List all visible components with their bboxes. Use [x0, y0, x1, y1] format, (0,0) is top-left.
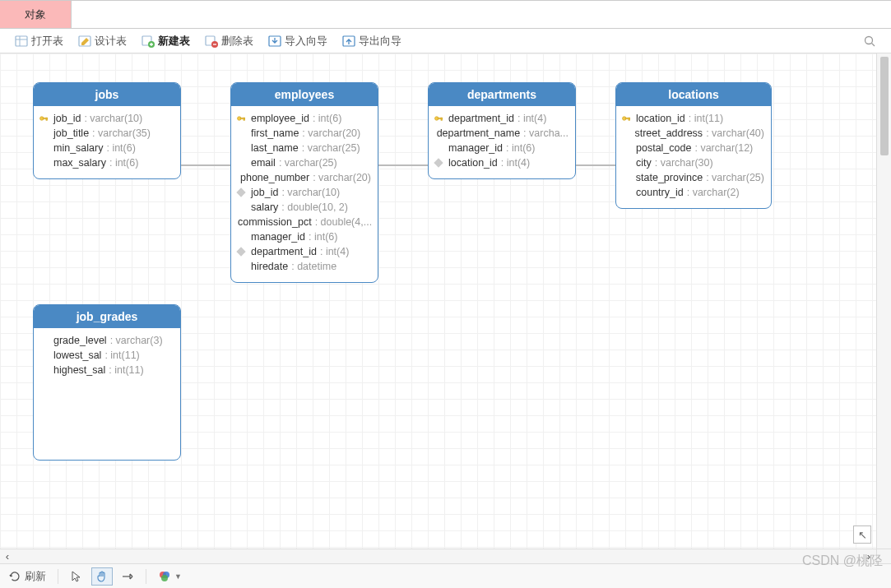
search-button[interactable]: [858, 33, 881, 49]
field-name: street_address: [634, 127, 703, 139]
field-type: varchar(12): [694, 142, 753, 154]
relation-icon: [121, 570, 134, 583]
horizontal-scrollbar[interactable]: ‹ ›: [0, 549, 876, 563]
connector-departments-locations: [576, 164, 615, 166]
field-type: varchar(25): [279, 157, 337, 169]
svg-rect-20: [441, 118, 443, 120]
svg-rect-23: [629, 118, 630, 120]
refresh-button[interactable]: 刷新: [8, 569, 46, 584]
foreign-key-icon: [432, 160, 445, 166]
field-row[interactable]: state_provincevarchar(25): [620, 170, 764, 185]
field-name: salary: [251, 201, 278, 213]
new-table-button[interactable]: 新建表: [137, 32, 195, 50]
scroll-corner: [876, 549, 891, 563]
field-row[interactable]: location_idint(11): [620, 111, 764, 126]
field-type: int(4): [517, 113, 546, 124]
svg-point-10: [865, 36, 873, 44]
field-row[interactable]: hiredatedatetime: [234, 259, 371, 274]
field-row[interactable]: employee_idint(6): [234, 111, 371, 126]
delete-table-icon: [205, 35, 218, 48]
field-type: varchar(25): [302, 142, 360, 154]
field-row[interactable]: department_idint(4): [234, 244, 371, 259]
entity-jobs[interactable]: jobs job_idvarchar(10)job_titlevarchar(3…: [33, 82, 181, 179]
field-type: double(10, 2): [281, 201, 348, 213]
field-row[interactable]: department_namevarcha...: [432, 126, 568, 141]
field-row[interactable]: grade_levelvarchar(3): [37, 333, 174, 348]
hand-tool-button[interactable]: [91, 567, 113, 586]
entity-job-grades[interactable]: job_grades grade_levelvarchar(3)lowest_s…: [33, 304, 181, 461]
field-row[interactable]: street_addressvarchar(40): [620, 126, 764, 141]
field-type: int(11): [689, 113, 723, 124]
field-name: last_name: [251, 142, 299, 154]
import-wizard-button[interactable]: 导入向导: [263, 32, 332, 50]
field-row[interactable]: highest_salint(11): [37, 363, 174, 377]
entity-locations[interactable]: locations location_idint(11)street_addre…: [615, 82, 772, 209]
field-row[interactable]: country_idvarchar(2): [620, 185, 764, 200]
field-name: department_id: [251, 246, 317, 257]
field-type: varchar(20): [313, 172, 371, 183]
field-row[interactable]: job_idvarchar(10): [234, 185, 371, 200]
field-type: varchar(10): [281, 187, 340, 198]
field-row[interactable]: postal_codevarchar(12): [620, 141, 764, 155]
entity-header: departments: [429, 83, 575, 106]
delete-table-button[interactable]: 删除表: [200, 32, 258, 50]
entity-departments[interactable]: departments department_idint(4)departmen…: [428, 82, 576, 179]
field-type: varchar(3): [110, 335, 163, 346]
field-type: varcha...: [523, 127, 568, 139]
field-type: double(4,...: [315, 216, 373, 228]
field-row[interactable]: last_namevarchar(25): [234, 141, 371, 155]
field-name: hiredate: [251, 261, 288, 272]
design-icon: [78, 35, 91, 48]
open-table-button[interactable]: 打开表: [10, 32, 68, 50]
field-row[interactable]: phone_numbervarchar(20): [234, 170, 371, 185]
field-type: varchar(30): [655, 157, 713, 169]
tab-bar: 对象: [0, 1, 891, 29]
color-tool-button[interactable]: ▼: [158, 570, 182, 583]
field-row[interactable]: salarydouble(10, 2): [234, 200, 371, 215]
field-row[interactable]: lowest_salint(11): [37, 348, 174, 363]
primary-key-icon: [620, 113, 633, 123]
entity-employees[interactable]: employees employee_idint(6)first_namevar…: [230, 82, 378, 283]
field-row[interactable]: commission_pctdouble(4,...: [234, 215, 371, 229]
field-name: job_title: [53, 127, 89, 139]
pointer-tool-button[interactable]: [70, 570, 83, 583]
tab-objects[interactable]: 对象: [0, 1, 72, 28]
field-row[interactable]: department_idint(4): [432, 111, 568, 126]
field-row[interactable]: max_salaryint(6): [37, 155, 174, 170]
field-row[interactable]: first_namevarchar(20): [234, 126, 371, 141]
field-row[interactable]: job_idvarchar(10): [37, 111, 174, 126]
field-name: highest_sal: [53, 364, 105, 376]
field-row[interactable]: manager_idint(6): [432, 141, 568, 155]
connector-employees-departments: [378, 164, 428, 166]
er-diagram-canvas[interactable]: jobs job_idvarchar(10)job_titlevarchar(3…: [0, 53, 876, 549]
field-type: int(6): [109, 157, 138, 169]
field-name: state_province: [636, 172, 703, 183]
entity-header: employees: [231, 83, 378, 106]
foreign-key-icon: [234, 248, 248, 255]
entity-header: job_grades: [34, 305, 180, 328]
relation-tool-button[interactable]: [121, 570, 134, 583]
search-icon: [863, 35, 876, 48]
field-name: department_id: [448, 113, 514, 124]
scroll-right-icon[interactable]: ›: [861, 550, 876, 563]
new-table-icon: [142, 35, 155, 48]
field-type: datetime: [291, 261, 336, 272]
field-row[interactable]: cityvarchar(30): [620, 155, 764, 170]
field-row[interactable]: job_titlevarchar(35): [37, 126, 174, 141]
entity-fields: grade_levelvarchar(3)lowest_salint(11)hi…: [34, 328, 180, 386]
field-type: int(6): [309, 231, 337, 243]
export-wizard-button[interactable]: 导出向导: [337, 32, 406, 50]
field-row[interactable]: location_idint(4): [432, 155, 568, 170]
design-table-button[interactable]: 设计表: [73, 32, 132, 50]
field-row[interactable]: min_salaryint(6): [37, 141, 174, 155]
field-type: int(6): [506, 142, 535, 154]
field-name: commission_pct: [238, 216, 312, 228]
field-type: varchar(25): [706, 172, 764, 183]
field-row[interactable]: emailvarchar(25): [234, 155, 371, 170]
vertical-scrollbar[interactable]: [876, 53, 891, 549]
pointer-icon: [70, 570, 83, 583]
field-row[interactable]: manager_idint(6): [234, 229, 371, 244]
canvas-arrow-button[interactable]: ↖: [853, 525, 871, 544]
canvas-wrapper: jobs job_idvarchar(10)job_titlevarchar(3…: [0, 53, 891, 563]
scroll-left-icon[interactable]: ‹: [0, 550, 15, 563]
